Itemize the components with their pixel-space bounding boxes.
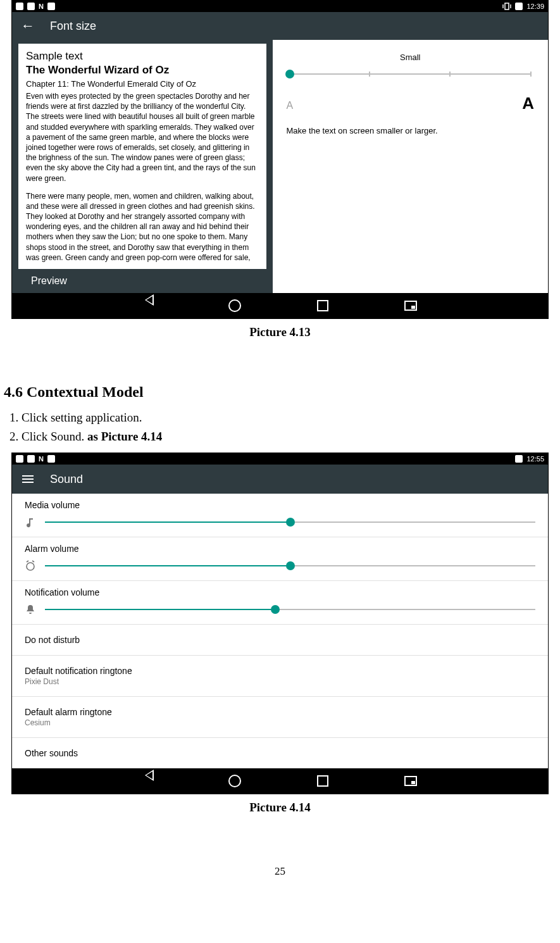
pip-nav-icon[interactable]: [404, 776, 417, 786]
pip-nav-icon[interactable]: [404, 301, 417, 311]
volume-slider[interactable]: [45, 609, 535, 610]
row-title: Do not disturb: [25, 635, 535, 645]
preview-card: Sample text The Wonderful Wizard of Oz C…: [18, 44, 266, 269]
hint-text: Make the text on screen smaller or large…: [287, 126, 535, 135]
row-title: Default notification ringtone: [25, 666, 535, 676]
default-notification-ringtone-row[interactable]: Default notification ringtone Pixie Dust: [12, 656, 548, 697]
clock: 12:55: [526, 455, 544, 463]
home-nav-icon[interactable]: [228, 299, 241, 312]
row-title: Alarm volume: [25, 544, 535, 554]
font-size-controls: Small A A Make the text on screen smalle…: [273, 40, 549, 293]
default-alarm-ringtone-row[interactable]: Default alarm ringtone Cesium: [12, 697, 548, 738]
bell-icon: [25, 604, 36, 615]
figure-caption: Picture 4.13: [0, 325, 560, 339]
status-icon: [27, 3, 35, 10]
page-number: 25: [0, 865, 560, 878]
instruction-list: Click setting application. Click Sound. …: [4, 411, 560, 444]
alarm-volume-row[interactable]: Alarm volume: [12, 537, 548, 581]
small-a-icon: A: [287, 100, 294, 111]
app-bar: Sound: [12, 465, 548, 494]
recents-nav-icon[interactable]: [317, 775, 328, 787]
status-icon: [27, 455, 35, 463]
preview-paragraph: Even with eyes protected by the green sp…: [26, 91, 259, 184]
preview-title: The Wonderful Wizard of Oz: [26, 64, 259, 77]
preview-chapter: Chapter 11: The Wonderful Emerald City o…: [26, 79, 259, 89]
vibrate-icon: [502, 3, 511, 10]
row-title: Notification volume: [25, 587, 535, 597]
row-subtitle: Pixie Dust: [25, 677, 535, 686]
back-nav-icon[interactable]: [144, 775, 152, 787]
list-item: Click Sound. as Picture 4.14: [22, 430, 560, 444]
status-bar: N 12:39: [12, 1, 548, 12]
system-nav-bar: [12, 768, 548, 794]
sample-label: Sample text: [26, 50, 259, 63]
status-icon: [47, 3, 55, 10]
section-heading: 4.6 Contextual Model: [4, 384, 560, 401]
volume-slider[interactable]: [45, 521, 535, 523]
battery-icon: [515, 455, 523, 463]
large-a-icon: A: [522, 94, 534, 113]
status-icon: [16, 3, 23, 10]
back-icon[interactable]: ←: [21, 19, 35, 33]
other-sounds-row[interactable]: Other sounds: [12, 738, 548, 768]
preview-column: Sample text The Wonderful Wizard of Oz C…: [12, 40, 273, 293]
status-icon: [47, 455, 55, 463]
alarm-clock-icon: [25, 560, 36, 571]
row-title: Other sounds: [25, 748, 535, 758]
back-nav-icon[interactable]: [144, 300, 152, 311]
svg-line-4: [27, 561, 28, 562]
volume-slider[interactable]: [45, 565, 535, 566]
svg-line-5: [32, 561, 34, 562]
list-item: Click setting application.: [22, 411, 560, 425]
font-size-slider[interactable]: [289, 73, 532, 75]
menu-icon[interactable]: [22, 473, 34, 485]
media-volume-row[interactable]: Media volume: [12, 494, 548, 537]
figure-caption: Picture 4.14: [0, 801, 560, 815]
svg-rect-0: [505, 3, 509, 9]
appbar-title: Sound: [50, 473, 83, 486]
screenshot-sound: N 12:55 Sound Media volume Alarm volume: [11, 453, 549, 794]
home-nav-icon[interactable]: [228, 775, 241, 787]
appbar-title: Font size: [50, 20, 96, 33]
svg-point-3: [27, 563, 34, 570]
status-icon: [16, 455, 23, 463]
system-nav-bar: [12, 293, 548, 318]
slider-value-label: Small: [287, 53, 535, 62]
status-icon: N: [39, 3, 44, 10]
screenshot-font-size: N 12:39 ← Font size Sample text The Wond…: [11, 0, 549, 319]
row-subtitle: Cesium: [25, 718, 535, 727]
music-note-icon: [25, 516, 36, 528]
clock: 12:39: [526, 3, 544, 10]
preview-label: Preview: [18, 269, 266, 293]
recents-nav-icon[interactable]: [317, 300, 328, 311]
status-icon: N: [39, 455, 44, 463]
battery-icon: [515, 3, 523, 10]
preview-paragraph: There were many people, men, women and c…: [26, 191, 259, 263]
notification-volume-row[interactable]: Notification volume: [12, 581, 548, 625]
status-bar: N 12:55: [12, 453, 548, 465]
do-not-disturb-row[interactable]: Do not disturb: [12, 625, 548, 656]
row-title: Media volume: [25, 500, 535, 510]
app-bar: ← Font size: [12, 12, 548, 40]
row-title: Default alarm ringtone: [25, 707, 535, 717]
